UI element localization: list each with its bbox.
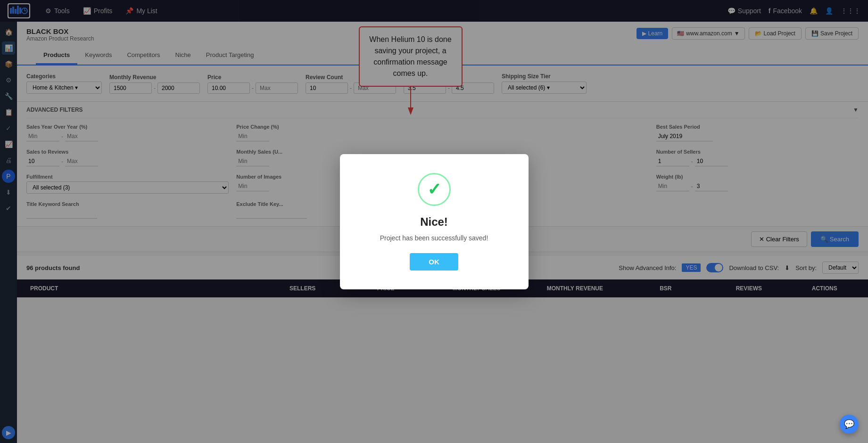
modal-ok-button[interactable]: OK — [410, 253, 458, 271]
check-icon: ✓ — [427, 180, 441, 199]
modal: ✓ Nice! Project has been successfully sa… — [340, 154, 529, 289]
modal-success-circle: ✓ — [418, 173, 451, 206]
chat-bubble[interactable]: 💬 — [840, 415, 859, 434]
modal-title: Nice! — [359, 215, 510, 229]
chat-icon: 💬 — [844, 419, 854, 429]
modal-overlay: ✓ Nice! Project has been successfully sa… — [0, 0, 868, 443]
modal-message: Project has been successfully saved! — [359, 234, 510, 242]
